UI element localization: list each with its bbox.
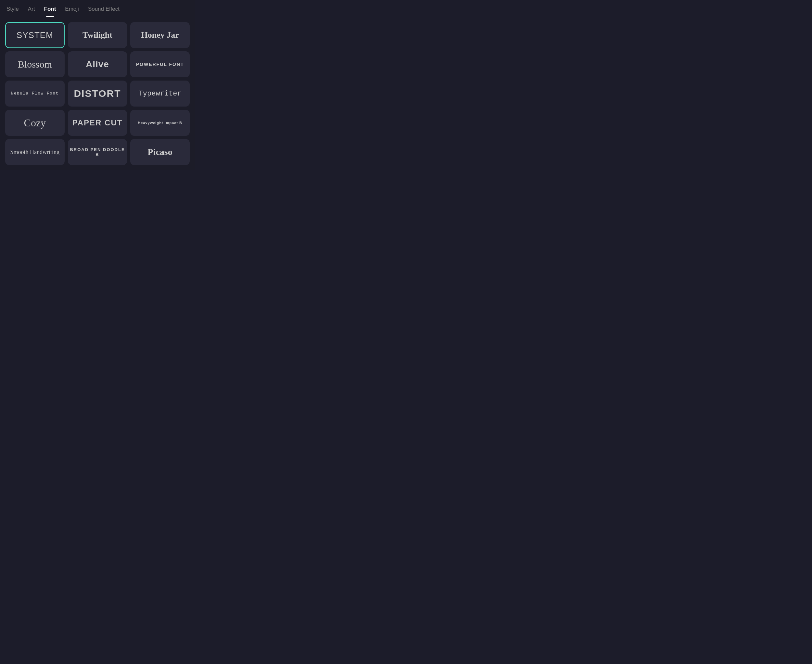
- font-cell-typewriter[interactable]: Typewriter: [130, 81, 190, 107]
- font-label-system: SYSTEM: [16, 30, 53, 40]
- font-cell-cozy[interactable]: Cozy: [5, 110, 65, 136]
- font-label-broad-pen: BROAD PEN DOODLE B: [68, 147, 127, 157]
- font-cell-picaso[interactable]: Picaso: [130, 139, 190, 165]
- font-grid: SYSTEMTwilightHoney JarBlossomAlivePOWER…: [0, 16, 195, 170]
- font-label-nebula-flow: Nebula Flow Font: [11, 91, 59, 96]
- font-label-typewriter: Typewriter: [139, 90, 182, 98]
- font-label-distort: DISTORT: [74, 88, 121, 99]
- font-cell-distort[interactable]: DISTORT: [68, 81, 127, 107]
- font-label-blossom: Blossom: [18, 59, 52, 70]
- font-label-picaso: Picaso: [148, 147, 172, 157]
- font-cell-heavyweight[interactable]: Heavyweight Impact B: [130, 110, 190, 136]
- tab-bar: StyleArtFontEmojiSound Effect: [0, 0, 195, 16]
- font-cell-system[interactable]: SYSTEM: [5, 22, 65, 48]
- font-cell-broad-pen[interactable]: BROAD PEN DOODLE B: [68, 139, 127, 165]
- font-label-paper-cut: PAPER CUT: [72, 118, 123, 127]
- tab-style[interactable]: Style: [7, 6, 19, 16]
- font-label-powerful-font: POWERFUL FONT: [136, 62, 184, 67]
- tab-emoji[interactable]: Emoji: [65, 6, 79, 16]
- tab-items: StyleArtFontEmojiSound Effect: [7, 6, 189, 16]
- font-label-smooth-handwriting: Smooth Handwriting: [10, 149, 60, 156]
- tab-art[interactable]: Art: [28, 6, 35, 16]
- font-label-honey-jar: Honey Jar: [141, 30, 179, 40]
- font-cell-alive[interactable]: Alive: [68, 51, 127, 77]
- font-cell-smooth-handwriting[interactable]: Smooth Handwriting: [5, 139, 65, 165]
- font-cell-paper-cut[interactable]: PAPER CUT: [68, 110, 127, 136]
- font-label-twilight: Twilight: [83, 30, 112, 40]
- font-cell-honey-jar[interactable]: Honey Jar: [130, 22, 190, 48]
- tab-font[interactable]: Font: [44, 6, 56, 16]
- tab-sound-effect[interactable]: Sound Effect: [88, 6, 120, 16]
- font-label-cozy: Cozy: [24, 117, 46, 129]
- font-cell-nebula-flow[interactable]: Nebula Flow Font: [5, 81, 65, 107]
- font-cell-blossom[interactable]: Blossom: [5, 51, 65, 77]
- font-label-heavyweight: Heavyweight Impact B: [138, 121, 182, 125]
- font-cell-powerful-font[interactable]: POWERFUL FONT: [130, 51, 190, 77]
- font-label-alive: Alive: [86, 59, 109, 70]
- font-cell-twilight[interactable]: Twilight: [68, 22, 127, 48]
- app-container: StyleArtFontEmojiSound Effect SYSTEMTwil…: [0, 0, 195, 170]
